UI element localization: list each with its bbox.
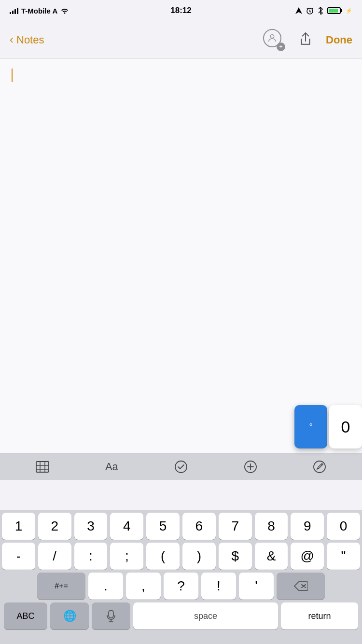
key-dollar[interactable]: $ [219,543,252,570]
location-icon [295,7,302,14]
wifi-icon [60,7,69,14]
key-symbols[interactable]: #+= [37,573,85,600]
key-apostrophe[interactable]: ' [239,573,274,600]
svg-point-1 [270,34,274,38]
keyboard-row-3: #+= . , ? ! ' [0,570,362,600]
key-1[interactable]: 1 [2,513,35,540]
space-label: space [194,611,217,621]
alarm-icon [306,7,314,14]
key-delete[interactable] [277,573,325,600]
table-button[interactable] [30,457,55,476]
formatting-toolbar: Aa ° 0 [0,453,362,480]
key-semicolon[interactable]: ; [110,543,143,570]
delete-icon [293,581,308,591]
key-return[interactable]: return [281,602,358,630]
status-left: T-Mobile A [10,7,69,15]
add-person-button[interactable]: + [263,29,285,51]
charging-icon: ⚡ [346,8,352,14]
share-button[interactable] [299,32,312,48]
key-0[interactable]: 0 [327,513,360,540]
keyboard-row-2: - / : ; ( ) $ & @ " [0,540,362,570]
keyboard-row-4: ABC 🌐 space return [0,600,362,644]
status-bar: T-Mobile A 18:12 ⚡ [0,0,362,21]
add-button[interactable] [238,457,263,476]
svg-rect-2 [36,462,49,472]
text-cursor [12,69,13,82]
key-8[interactable]: 8 [255,513,288,540]
key-2[interactable]: 2 [38,513,71,540]
checklist-button[interactable] [169,457,193,476]
key-lparen[interactable]: ( [146,543,180,570]
zero-label: 0 [341,418,350,436]
globe-icon: 🌐 [63,610,76,622]
nav-icons: + Done [263,29,352,51]
status-time: 18:12 [170,6,191,15]
degree-key[interactable]: ° [294,405,327,448]
abc-label: ABC [16,611,34,621]
return-label: return [308,611,331,621]
back-button[interactable]: ‹ Notes [10,34,44,46]
key-9[interactable]: 9 [291,513,324,540]
key-at[interactable]: @ [291,543,324,570]
key-ampersand[interactable]: & [255,543,288,570]
key-globe[interactable]: 🌐 [50,602,89,630]
symbols-label: #+= [55,582,68,590]
format-label: Aa [105,461,118,473]
key-slash[interactable]: / [38,543,71,570]
bluetooth-icon [318,7,323,14]
key-comma[interactable]: , [126,573,161,600]
status-right: ⚡ [295,7,352,14]
mic-icon [107,610,115,622]
key-exclaim[interactable]: ! [201,573,236,600]
key-rparen[interactable]: ) [182,543,216,570]
key-question[interactable]: ? [164,573,198,600]
battery-icon [327,7,341,14]
draw-button[interactable] [307,457,332,476]
svg-point-7 [175,461,187,473]
key-3[interactable]: 3 [74,513,108,540]
battery-fill [329,9,338,13]
format-button[interactable]: Aa [99,457,124,476]
zero-key-preview: 0 [329,405,362,448]
key-4[interactable]: 4 [110,513,143,540]
key-dash[interactable]: - [2,543,35,570]
key-colon[interactable]: : [74,543,108,570]
key-period[interactable]: . [88,573,123,600]
chevron-left-icon: ‹ [10,34,14,45]
plus-badge-icon: + [277,42,285,51]
note-content-area[interactable] [0,59,362,453]
signal-icon [10,7,18,14]
key-mic[interactable] [92,602,130,630]
carrier-label: T-Mobile A [21,7,57,15]
key-6[interactable]: 6 [182,513,216,540]
svg-rect-10 [109,610,113,618]
zero-key-popup: ° 0 [294,405,362,448]
keyboard-row-1: 1 2 3 4 5 6 7 8 9 0 [0,510,362,540]
key-7[interactable]: 7 [219,513,252,540]
degree-label: ° [309,422,312,432]
key-5[interactable]: 5 [146,513,180,540]
key-space[interactable]: space [133,602,278,630]
key-quote[interactable]: " [327,543,360,570]
keyboard: 1 2 3 4 5 6 7 8 9 0 - / : ; ( ) $ & @ " … [0,510,362,644]
key-abc[interactable]: ABC [4,602,47,630]
svg-point-9 [314,461,325,473]
nav-bar: ‹ Notes + Done [0,21,362,59]
back-label: Notes [16,34,44,46]
done-button[interactable]: Done [326,34,352,46]
